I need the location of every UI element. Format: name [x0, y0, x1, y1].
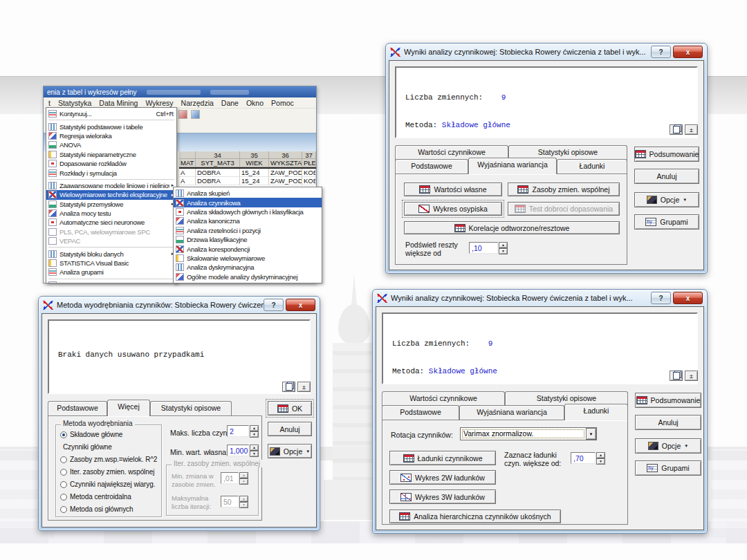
tab-wiecej[interactable]: Więcej — [107, 400, 150, 416]
submenu-item-canonical-analysis[interactable]: Analiza kanoniczna — [174, 216, 322, 225]
spin-up-icon[interactable]: ▲ — [499, 242, 508, 248]
submenu-item-classification-trees[interactable]: Drzewa klasyfikacyjne — [174, 235, 322, 244]
copy-summary-button[interactable] — [670, 124, 683, 135]
cancel-button[interactable]: Anuluj — [635, 415, 701, 430]
table-cell[interactable]: ZAW_POD — [269, 169, 302, 177]
copy-summary-button[interactable] — [670, 371, 683, 381]
radio-najwiekszej-wiaryg[interactable]: Czynniki największej wiaryg. — [60, 480, 155, 488]
spin-down-icon[interactable]: ▼ — [250, 451, 259, 457]
min-eigenvalue-input[interactable]: 1,000 — [227, 445, 249, 456]
menubar-item-statystyka[interactable]: Statystyka — [58, 99, 91, 107]
menu-item-basic-statistics[interactable]: Statystyki podstawowe i tabele — [46, 122, 176, 131]
plot-3d-loadings-button[interactable]: Wykres 3W ładunków — [389, 489, 496, 504]
table-cell[interactable]: 15_24 — [240, 169, 269, 177]
communalities-button[interactable]: Zasoby zmien. wspólnej — [508, 183, 620, 196]
submenu-item-multidimensional-scaling[interactable]: Skalowanie wielowymiarowe — [174, 254, 322, 263]
close-button[interactable]: x — [673, 46, 703, 58]
factor-loadings-button[interactable]: Ładunki czynnikowe — [389, 451, 496, 465]
menu-item-nonparametrics[interactable]: Statystyki nieparametryczne — [46, 150, 176, 159]
menubar-item-narzedzia[interactable]: Narzędzia — [181, 99, 214, 107]
menubar-item-data-mining[interactable]: Data Mining — [99, 99, 138, 107]
scree-plot-button[interactable]: Wykres osypiska — [404, 202, 502, 216]
rotation-combobox[interactable]: Varimax znormalizow. ▼ — [460, 427, 597, 440]
tab-podstawowe[interactable]: Podstawowe — [382, 405, 459, 420]
hierarchical-analysis-button[interactable]: Analiza hierarchiczna czynników ukośnych — [389, 510, 561, 523]
plot-2d-loadings-button[interactable]: Wykres 2W ładunków — [389, 470, 496, 485]
submenu-item-general-discriminant-models[interactable]: Ogólne modele analizy dyskryminacyjnej — [174, 272, 322, 281]
menubar-item-dane[interactable]: Dane — [221, 99, 239, 107]
expand-summary-button[interactable]: ± — [297, 382, 311, 392]
tab-podstawowe[interactable]: Podstawowe — [395, 159, 468, 174]
tab-ladunki[interactable]: Ładunki — [557, 159, 627, 174]
tab-wartosci-czynnikowe[interactable]: Wartości czynnikowe — [382, 391, 505, 407]
submenu-item-factor-analysis[interactable]: Analiza czynnikowa — [174, 198, 322, 207]
radio-iter-zasoby[interactable]: Iter. zasoby zmien. wspólnej — [60, 468, 154, 476]
help-button[interactable]: ? — [264, 299, 284, 311]
submenu-item-discriminant-analysis[interactable]: Analiza dyskryminacyjna — [174, 263, 322, 272]
dialog-titlebar[interactable]: Wyniki analizy czynnikowej: Stobiecka Ro… — [373, 290, 707, 306]
submenu-item-correspondence-analysis[interactable]: Analiza korespondencji — [174, 244, 322, 253]
menu-item-multivariate-exploratory[interactable]: Wielowymiarowe techniki eksploracyjne▸ — [46, 190, 176, 199]
cancel-button[interactable]: Anuluj — [268, 422, 312, 436]
radio-skladowe-glowne[interactable]: Składowe główne — [60, 431, 122, 438]
options-button[interactable]: Opcje▼ — [635, 438, 701, 454]
menu-item-industrial-statistics[interactable]: Statystyki przemysłowe▸ — [46, 200, 176, 209]
reproduced-correlations-button[interactable]: Korelacje odtworzone/resztowe — [404, 221, 620, 234]
submenu-item-pca-classification[interactable]: Analiza składowych głównych i klasyfikac… — [174, 207, 322, 216]
menubar-item-wykresy[interactable]: Wykresy — [145, 99, 173, 107]
menu-item-anova[interactable]: ANOVA — [46, 140, 176, 149]
menu-item-probability-calculator[interactable]: Kalkulator prawdopodobieństwa▸ — [46, 281, 176, 283]
close-button[interactable]: x — [286, 299, 315, 311]
spin-up-icon[interactable]: ▲ — [250, 445, 259, 451]
eigenvalues-button[interactable]: Wartości własne — [404, 183, 502, 196]
tab-wyjasniana-wariancja[interactable]: Wyjaśniana wariancja — [468, 158, 557, 174]
options-button[interactable]: Opcje▼ — [268, 444, 312, 458]
table-cell[interactable]: DOBRA — [196, 177, 240, 185]
submenu-item-cluster-analysis[interactable]: Analiza skupień — [174, 189, 322, 198]
radio-centroidalna[interactable]: Metoda centroidalna — [60, 493, 131, 501]
spin-down-icon[interactable]: ▼ — [250, 431, 259, 438]
tab-wyjasniana-wariancja[interactable]: Wyjaśniana wariancja — [459, 405, 564, 420]
combo-arrow-icon[interactable]: ▼ — [586, 428, 596, 440]
table-cell[interactable]: KOBIE — [302, 177, 316, 185]
spin-down-icon[interactable]: ▼ — [596, 458, 605, 465]
cancel-button[interactable]: Anuluj — [634, 169, 699, 184]
help-button[interactable]: ? — [651, 46, 671, 58]
table-cell[interactable]: ZAW_POD — [269, 177, 302, 185]
by-group-button[interactable]: byGrupami — [635, 460, 701, 476]
menu-item-distribution-fitting[interactable]: Dopasowanie rozkładów — [46, 159, 176, 168]
menu-item-advanced-models[interactable]: Zaawansowane modele liniowe i nieliniowe… — [46, 181, 176, 190]
menubar-item-pomoc[interactable]: Pomoc — [271, 99, 294, 107]
table-cell[interactable]: KOBIE — [302, 169, 316, 177]
spin-up-icon[interactable]: ▲ — [250, 425, 259, 431]
table-cell[interactable]: A — [179, 169, 196, 177]
menu-item-multiple-regression[interactable]: Regresja wieloraka — [46, 131, 176, 140]
expand-summary-button[interactable]: ± — [685, 124, 698, 135]
copy-summary-button[interactable] — [282, 382, 295, 392]
menu-item-group-analysis[interactable]: Analiza grupami — [46, 268, 176, 277]
spin-down-icon[interactable]: ▼ — [499, 248, 508, 254]
radio-osi-glownych[interactable]: Metoda osi głównych — [60, 505, 133, 513]
menu-item-visual-basic[interactable]: STATISTICA Visual Basic — [46, 259, 176, 268]
menu-item-power-analysis[interactable]: Analiza mocy testu — [46, 209, 176, 218]
submenu-item-reliability-analysis[interactable]: Analiza rzetelności i pozycji — [174, 226, 322, 235]
tab-podstawowe[interactable]: Podstawowe — [48, 401, 107, 416]
menu-item-kontynuuj[interactable]: Kontynuuj...Ctrl+R — [46, 109, 176, 118]
tab-statystyki-opisowe[interactable]: Statystyki opisowe — [150, 401, 232, 416]
summary-button[interactable]: Podsumowanie — [635, 393, 701, 408]
spin-up-icon[interactable]: ▲ — [596, 452, 605, 458]
dialog-titlebar[interactable]: Wyniki analizy czynnikowej: Stobiecka Ro… — [386, 44, 707, 60]
help-button[interactable]: ? — [651, 292, 671, 304]
window-titlebar[interactable]: enia z tabel i wykresów pełny — [44, 86, 316, 97]
menu-item-block-data[interactable]: Statystyki bloku danych▸ — [46, 249, 176, 258]
summary-button[interactable]: Podsumowanie — [634, 147, 699, 162]
table-cell[interactable]: A — [179, 177, 196, 185]
table-cell[interactable]: DOBRA — [196, 169, 240, 177]
glossary-icon[interactable] — [178, 110, 187, 119]
options-button[interactable]: Opcje▼ — [634, 192, 699, 207]
radio-zasoby-r2[interactable]: Zasoby zm.wsp.=wielok. R^2 — [60, 456, 157, 463]
menubar-item-partial[interactable]: t — [48, 99, 50, 107]
mark-loadings-input[interactable]: ,70 — [571, 452, 596, 464]
dialog-titlebar[interactable]: Metoda wyodrębniania czynników: Stobieck… — [39, 297, 320, 313]
by-group-button[interactable]: byGrupami — [634, 214, 699, 230]
